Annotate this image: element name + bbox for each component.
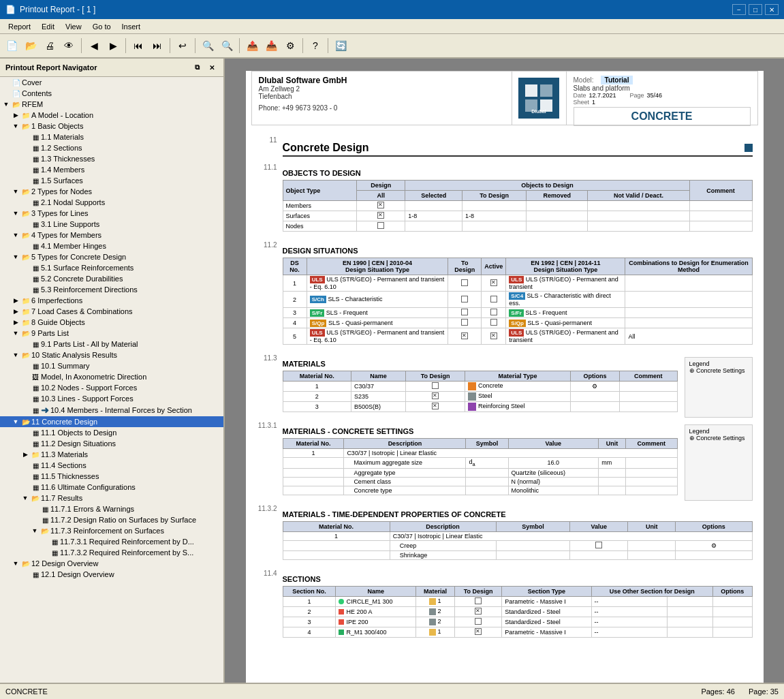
expand-icon-5-concrete[interactable]: ▼: [11, 252, 20, 262]
tree-item-1-4[interactable]: ▦ 1.4 Members: [0, 164, 223, 175]
tree-item-11-concrete[interactable]: ▼ 📂 11 Concrete Design: [0, 416, 223, 427]
tree-item-a-model[interactable]: ▶ 📁 A Model - Location: [0, 110, 223, 121]
tree-item-3-1[interactable]: ▦ 3.1 Line Supports: [0, 219, 223, 230]
tree-item-11-7-2[interactable]: ▦ 11.7.2 Design Ratio on Surfaces by Sur…: [0, 514, 223, 525]
import-button[interactable]: 📥: [262, 37, 280, 55]
open-button[interactable]: 📂: [22, 37, 40, 55]
tree-item-2-nodes[interactable]: ▼ 📂 2 Types for Nodes: [0, 186, 223, 197]
expand-icon-6-imp[interactable]: ▶: [11, 296, 20, 305]
menu-insert[interactable]: Insert: [116, 21, 146, 32]
model-subtitle: Slabs and platform: [574, 84, 751, 92]
tree-item-11-6[interactable]: ▦ 11.6 Ultimate Configurations: [0, 482, 223, 493]
menu-view[interactable]: View: [60, 21, 87, 32]
tree-item-10-1[interactable]: ▦ 10.1 Summary: [0, 360, 223, 371]
item-icon-11-7-3: 📂: [40, 526, 50, 535]
expand-icon-11-7[interactable]: ▼: [20, 493, 30, 503]
next-button[interactable]: ▶: [104, 37, 122, 55]
tree-item-2-1[interactable]: ▦ 2.1 Nodal Supports: [0, 197, 223, 208]
tree-item-11-4[interactable]: ▦ 11.4 Sections: [0, 460, 223, 471]
zoom-in-button[interactable]: 🔍: [199, 37, 217, 55]
expand-icon-1-2: [20, 143, 30, 153]
tree-item-1-1[interactable]: ▦ 1.1 Materials: [0, 131, 223, 142]
item-icon-3-lines: 📂: [20, 208, 31, 218]
menu-goto[interactable]: Go to: [87, 21, 116, 32]
tree-item-11-2[interactable]: ▦ 11.2 Design Situations: [0, 438, 223, 449]
minimize-button[interactable]: −: [732, 4, 746, 15]
nav-undock-button[interactable]: ⧉: [191, 61, 203, 74]
tree-item-11-7-3-1[interactable]: ▦ 11.7.3.1 Required Reinforcement by D..…: [0, 536, 223, 547]
tree-item-7-load[interactable]: ▶ 📁 7 Load Cases & Combinations: [0, 306, 223, 317]
item-icon-10-static: 📂: [20, 350, 31, 360]
table-row: 1 C30/37 Concrete ⚙: [283, 382, 677, 392]
expand-icon-a-model[interactable]: ▶: [11, 110, 20, 120]
help-button[interactable]: ?: [307, 37, 324, 55]
tree-item-11-7-3[interactable]: ▼ 📂 11.7.3 Reinforcement on Surfaces: [0, 525, 223, 536]
export-button[interactable]: 📤: [243, 37, 261, 55]
menu-edit[interactable]: Edit: [36, 21, 60, 32]
refresh-button[interactable]: 🔄: [332, 37, 349, 55]
section-11-2-title: DESIGN SITUATIONS: [283, 247, 753, 255]
tree-item-10-2[interactable]: ▦ 10.2 Nodes - Support Forces: [0, 382, 223, 393]
tree-item-1-2[interactable]: ▦ 1.2 Sections: [0, 142, 223, 153]
tree-item-11-3[interactable]: ▶ 📁 11.3 Materials: [0, 449, 223, 460]
menu-report[interactable]: Report: [3, 21, 36, 32]
print-preview-button[interactable]: 👁: [60, 37, 78, 55]
tree-item-5-1[interactable]: ▦ 5.1 Surface Reinforcements: [0, 262, 223, 273]
expand-icon-4-members[interactable]: ▼: [11, 230, 20, 240]
maximize-button[interactable]: □: [749, 4, 762, 15]
tree-item-8-guide[interactable]: ▶ 📁 8 Guide Objects: [0, 317, 223, 328]
tree-item-10-static[interactable]: ▼ 📂 10 Static Analysis Results: [0, 350, 223, 360]
tree-item-10-3[interactable]: ▦ 10.3 Lines - Support Forces: [0, 393, 223, 404]
item-label-11-4: 11.4 Sections: [41, 461, 87, 469]
first-button[interactable]: ⏮: [129, 37, 147, 55]
tree-item-10-model[interactable]: 🖼 Model, In Axonometric Direction: [0, 371, 223, 382]
tree-item-11-7[interactable]: ▼ 📂 11.7 Results: [0, 493, 223, 503]
tree-item-contents[interactable]: 📄 Contents: [0, 88, 223, 99]
expand-icon-11-3[interactable]: ▶: [20, 450, 30, 459]
expand-icon-rfem[interactable]: ▼: [1, 99, 11, 109]
tree-item-12-1[interactable]: ▦ 12.1 Design Overview: [0, 569, 223, 580]
tree-item-12-design[interactable]: ▼ 📂 12 Design Overview: [0, 558, 223, 569]
expand-icon-9-parts[interactable]: ▼: [11, 328, 20, 338]
tree-item-4-1[interactable]: ▦ 4.1 Member Hinges: [0, 240, 223, 251]
expand-icon-8-guide[interactable]: ▶: [11, 317, 20, 327]
expand-icon-1-basic[interactable]: ▼: [11, 121, 20, 131]
nav-close-button[interactable]: ✕: [206, 61, 218, 74]
tree-item-9-1[interactable]: ▦ 9.1 Parts List - All by Material: [0, 339, 223, 350]
expand-icon-12-design[interactable]: ▼: [11, 559, 20, 568]
sheet-value: 1: [592, 99, 595, 106]
tree-item-rfem[interactable]: ▼ 📂 RFEM: [0, 99, 223, 110]
tree-item-10-4[interactable]: ▦ ➜ 10.4 Members - Internal Forces by Se…: [0, 404, 223, 416]
expand-icon-2-nodes[interactable]: ▼: [11, 187, 20, 196]
close-button[interactable]: ✕: [765, 4, 779, 15]
tree-item-4-members[interactable]: ▼ 📂 4 Types for Members: [0, 230, 223, 240]
tree-item-1-3[interactable]: ▦ 1.3 Thicknesses: [0, 153, 223, 164]
settings-button[interactable]: ⚙: [281, 37, 299, 55]
new-button[interactable]: 📄: [3, 37, 20, 55]
tree-item-cover[interactable]: 📄 Cover: [0, 77, 223, 88]
expand-icon-11-concrete[interactable]: ▼: [11, 417, 20, 426]
section-11-1-number: 11.1: [257, 164, 277, 171]
tree-item-1-5[interactable]: ▦ 1.5 Surfaces: [0, 175, 223, 186]
tree-item-5-3[interactable]: ▦ 5.3 Reinforcement Directions: [0, 284, 223, 295]
expand-icon-7-load[interactable]: ▶: [11, 307, 20, 316]
tree-item-3-lines[interactable]: ▼ 📂 3 Types for Lines: [0, 208, 223, 219]
tree-item-11-5[interactable]: ▦ 11.5 Thicknesses: [0, 471, 223, 482]
expand-icon-10-static[interactable]: ▼: [11, 350, 20, 360]
tree-item-1-basic[interactable]: ▼ 📂 1 Basic Objects: [0, 121, 223, 131]
content-area[interactable]: Dlubal Software GmbH Am Zellweg 2 Tiefen…: [225, 59, 784, 683]
last-button[interactable]: ⏭: [148, 37, 166, 55]
tree-item-5-2[interactable]: ▦ 5.2 Concrete Durabilities: [0, 273, 223, 284]
print-button[interactable]: 🖨: [41, 37, 59, 55]
prev-button[interactable]: ◀: [85, 37, 103, 55]
tree-item-5-concrete[interactable]: ▼ 📂 5 Types for Concrete Design: [0, 251, 223, 262]
undo-button[interactable]: ↩: [174, 37, 191, 55]
expand-icon-3-lines[interactable]: ▼: [11, 208, 20, 218]
zoom-out-button[interactable]: 🔍: [218, 37, 236, 55]
tree-item-6-imp[interactable]: ▶ 📁 6 Imperfections: [0, 295, 223, 306]
tree-item-11-1[interactable]: ▦ 11.1 Objects to Design: [0, 427, 223, 438]
tree-item-9-parts[interactable]: ▼ 📂 9 Parts List: [0, 328, 223, 339]
expand-icon-11-7-3[interactable]: ▼: [30, 526, 40, 535]
tree-item-11-7-3-2[interactable]: ▦ 11.7.3.2 Required Reinforcement by S..…: [0, 547, 223, 558]
tree-item-11-7-1[interactable]: ▦ 11.7.1 Errors & Warnings: [0, 503, 223, 514]
